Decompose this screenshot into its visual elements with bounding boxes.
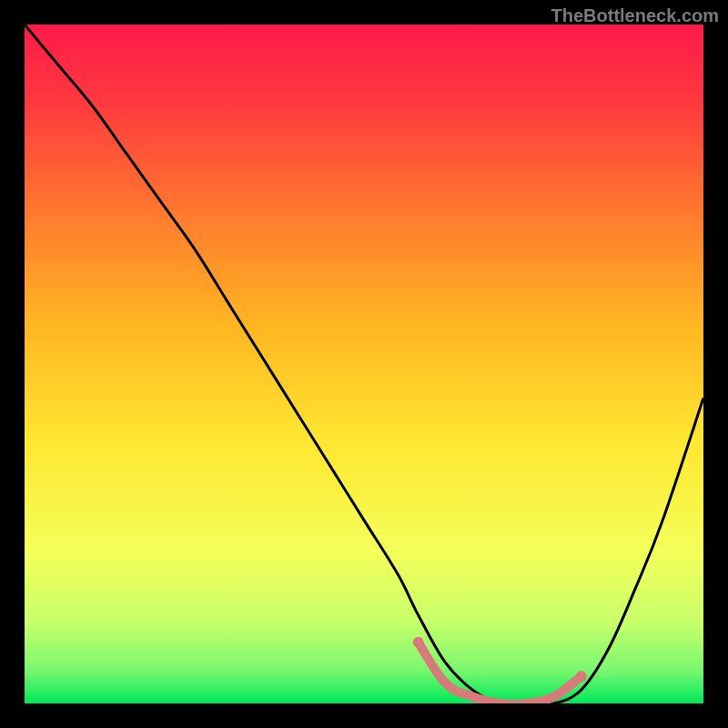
gradient-background (25, 25, 703, 703)
bottleneck-chart (25, 25, 703, 703)
optimal-range-start-dot (413, 637, 424, 648)
watermark-text: TheBottleneck.com (551, 5, 719, 26)
optimal-range-end-dot (576, 671, 587, 682)
